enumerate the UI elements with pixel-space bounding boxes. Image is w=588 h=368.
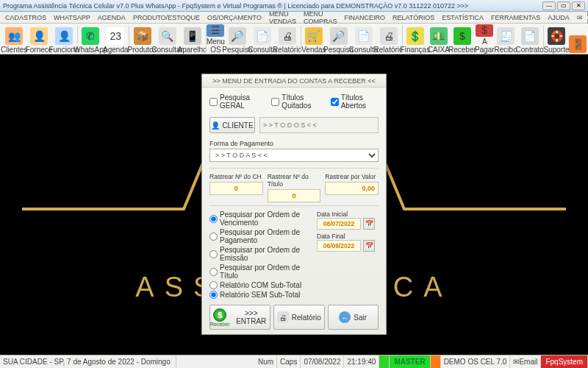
status-indicator-green: [379, 355, 390, 368]
opt-ordem-emissao[interactable]: Pesquisar por Ordem de Emissão: [209, 246, 312, 262]
menu-ajuda[interactable]: AJUDA: [545, 14, 572, 21]
menu-produto[interactable]: PRODUTO/ESTOQUE: [131, 14, 202, 21]
consultar-icon: 🔍: [159, 27, 176, 45]
caixa-icon: 💵: [430, 27, 448, 45]
status-master: MASTER: [390, 355, 430, 368]
toolbar-receber[interactable]: $Receber: [450, 24, 475, 54]
close-button[interactable]: ✕: [572, 1, 585, 10]
rastrear-ch-input[interactable]: [209, 182, 263, 195]
dialog-title: >> MENU DE ENTRADA DO CONTAS A RECEBER <…: [202, 74, 386, 88]
opt-sem-subtotal[interactable]: Relatório SEM Sub-Total: [209, 291, 312, 299]
opt-com-subtotal[interactable]: Relatório COM Sub-Total: [209, 281, 312, 289]
cliente-button[interactable]: 👤CLIENTE: [209, 117, 255, 133]
toolbar-pesquisa[interactable]: 🔎Pesquisa: [326, 24, 351, 54]
toolbar-recibo[interactable]: 🧾Recibo: [495, 24, 517, 54]
toolbar-consultar[interactable]: 🔍Consultar: [155, 24, 180, 54]
window-title: Programa Assistência Técnica Celular v7.…: [3, 2, 542, 10]
exit-icon: ←: [339, 311, 351, 323]
rastrear-ch-label: Rastrear Nº do CH: [209, 173, 263, 180]
receber-icon: $: [453, 27, 471, 45]
opt-ordem-pagamento[interactable]: Pesquisar por Ordem de Pagamento: [209, 228, 312, 244]
menu-whatsapp[interactable]: WHATSAPP: [51, 14, 93, 21]
menu-os[interactable]: OS/ORÇAMENTO: [205, 14, 264, 21]
status-demo: DEMO OS CEL 7.0: [441, 355, 511, 368]
pesquisa-icon: 🔎: [229, 27, 246, 45]
toolbar-funciona[interactable]: 👤Funciona: [51, 24, 76, 54]
pesquisa-icon: 🔎: [330, 27, 348, 45]
toolbar-clientes[interactable]: 👥Clientes: [1, 24, 26, 54]
relatório-icon: 🖨: [380, 27, 398, 45]
toolbar-fornece[interactable]: 👤Fornece: [26, 24, 51, 54]
search-options: Pesquisar por Ordem de Vencimento Pesqui…: [209, 210, 312, 300]
checkbox-pesquisa-geral[interactable]: Pesquisa GERAL: [209, 93, 264, 110]
opt-ordem-vencimento[interactable]: Pesquisar por Ordem de Vencimento: [209, 210, 312, 227]
menu-email[interactable]: ✉ E-MAIL: [575, 10, 588, 25]
data-inicial-input[interactable]: [317, 218, 361, 230]
vendas-icon: 🛒: [305, 27, 323, 45]
relatorio-button[interactable]: 🖨 Relatório: [273, 305, 325, 330]
menu-bar: CADASTROS WHATSAPP AGENDA PRODUTO/ESTOQU…: [0, 12, 588, 24]
dialog-contas-receber: >> MENU DE ENTRADA DO CONTAS A RECEBER <…: [201, 74, 387, 335]
produtos-icon: 📦: [134, 27, 151, 45]
menu-estatistica[interactable]: ESTATÍSTICA: [440, 14, 486, 21]
data-final-input[interactable]: [317, 240, 361, 252]
sair-button[interactable]: ← Sair: [328, 305, 379, 330]
rastrear-titulo-input[interactable]: [268, 189, 321, 202]
toolbar-agenda[interactable]: 23Agenda: [103, 24, 128, 54]
toolbar-relatório[interactable]: 🖨Relatório: [376, 24, 401, 54]
forma-pagamento-select[interactable]: > > T O D A S < <: [209, 149, 379, 162]
entrar-button[interactable]: $ Receber >>> ENTRAR: [209, 305, 270, 330]
data-inicial-picker-button[interactable]: 📅: [363, 218, 375, 230]
finanças-icon: 💲: [406, 27, 424, 45]
menu-cadastros[interactable]: CADASTROS: [3, 14, 49, 21]
checkbox-titulos-abertos[interactable]: Títulos Abertos: [331, 93, 379, 110]
rastrear-valor-label: Rastrear por Valor: [325, 173, 379, 180]
toolbar-pesquisa[interactable]: 🔎Pesquisa: [225, 24, 250, 54]
toolbar-consulta[interactable]: 📄Consulta: [250, 24, 275, 54]
status-location-date: SUA CIDADE - SP, 7 de Agosto de 2022 - D…: [0, 355, 176, 368]
aparelho-icon: 📱: [184, 27, 201, 45]
toolbar-vendas[interactable]: 🛒Vendas: [301, 24, 326, 54]
funciona-icon: 👤: [55, 27, 73, 45]
toolbar-consulta[interactable]: 📄Consulta: [351, 24, 376, 54]
data-inicial-label: Data Inicial: [317, 210, 379, 218]
status-num: Num: [255, 355, 277, 368]
status-fpqsystem[interactable]: FpqSystem: [541, 355, 588, 368]
toolbar-a pagar[interactable]: $A Pagar: [475, 24, 495, 54]
toolbar-relatório[interactable]: 🖨Relatório: [275, 24, 300, 54]
status-caps: Caps: [277, 355, 301, 368]
toolbar-suporte[interactable]: 🛟Suporte: [544, 24, 569, 54]
suporte-icon: 🛟: [548, 27, 565, 45]
toolbar-caixa[interactable]: 💵CAIXA: [428, 24, 450, 54]
consulta-icon: 📄: [355, 27, 373, 45]
data-final-label: Data Final: [317, 233, 379, 240]
maximize-button[interactable]: ▭: [557, 1, 570, 10]
minimize-button[interactable]: —: [542, 1, 556, 10]
a pagar-icon: $: [476, 24, 493, 37]
menu-relatorios[interactable]: RELATÓRIOS: [390, 14, 437, 21]
menu-agenda[interactable]: AGENDA: [96, 14, 128, 21]
toolbar-finanças[interactable]: 💲Finanças: [403, 24, 428, 54]
toolbar-exit[interactable]: 🚪: [569, 24, 587, 54]
menu-vendas[interactable]: MENU VENDAS: [267, 10, 298, 25]
toolbar-whatsapp[interactable]: ✆WhatsApp: [78, 24, 103, 54]
menu os-icon: ☰: [207, 24, 224, 37]
printer-icon: 🖨: [277, 311, 289, 323]
status-indicator-orange: [431, 355, 441, 368]
cliente-input[interactable]: [259, 117, 379, 133]
checkbox-titulos-quitados[interactable]: Títulos Quitados: [271, 93, 323, 110]
data-final-picker-button[interactable]: 📅: [363, 240, 375, 252]
menu-compras[interactable]: MENU COMPRAS: [301, 10, 340, 25]
rastrear-valor-input[interactable]: [325, 182, 379, 195]
status-time: 21:19:40: [344, 355, 379, 368]
fornece-icon: 👤: [30, 27, 48, 45]
toolbar-contrato[interactable]: 📄Contrato: [517, 24, 542, 54]
status-date: 07/08/2022: [301, 355, 344, 368]
rastrear-titulo-label: Rastrear Nº do Título: [268, 173, 321, 188]
menu-ferramentas[interactable]: FERRAMENTAS: [489, 14, 542, 21]
menu-financeiro[interactable]: FINANCEIRO: [342, 14, 387, 21]
status-email[interactable]: ✉ Email: [510, 355, 541, 368]
toolbar-aparelho[interactable]: 📱Aparelho: [180, 24, 205, 54]
opt-ordem-titulo[interactable]: Pesquisar por Ordem de Título: [209, 263, 312, 280]
forma-pagamento-label: Forma de Pagamento: [209, 140, 273, 147]
